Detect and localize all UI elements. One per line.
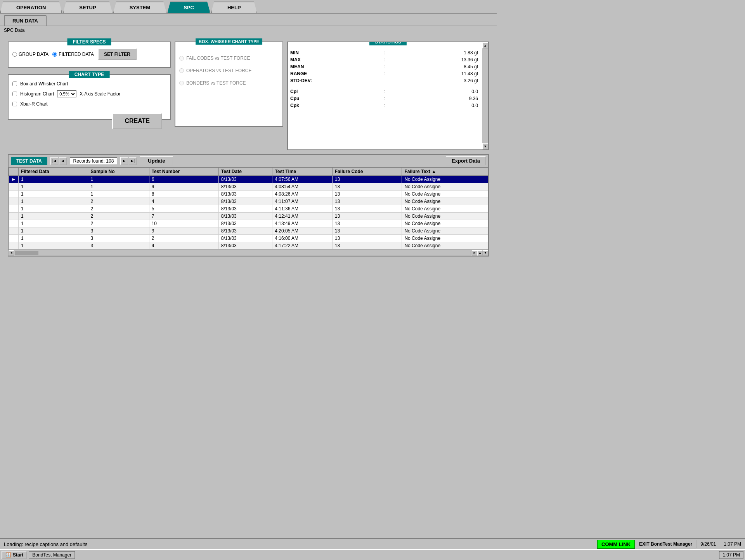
h-scroll-track[interactable] <box>15 251 471 255</box>
row-arrow <box>9 198 19 205</box>
cell-failureText: No Code Assigne <box>402 183 488 191</box>
h-scroll-left-button[interactable]: ◄ <box>9 250 14 256</box>
statistics-panel: STATISTICS MIN : 1.88 gf MAX : 13.36 gf … <box>287 42 489 150</box>
cell-filteredData: 1 <box>18 198 88 205</box>
table-row[interactable]: 1278/13/034:12:41 AM13No Code Assigne <box>9 213 488 220</box>
nav-next-button[interactable]: ► <box>120 157 128 165</box>
stats-cpk-label: Cpk <box>290 103 317 108</box>
histogram-checkbox[interactable] <box>12 92 17 96</box>
cell-filteredData: 1 <box>18 220 88 227</box>
h-scroll-thumb[interactable] <box>15 251 38 255</box>
cell-testDate: 8/13/03 <box>218 220 272 227</box>
table-row[interactable]: 1198/13/034:08:54 AM13No Code Assigne <box>9 183 488 191</box>
xbar-r-checkbox-row: Xbar-R Chart <box>12 101 166 107</box>
stats-scroll-up-button[interactable]: ▲ <box>482 42 489 49</box>
export-data-button[interactable]: Export Data <box>446 156 486 165</box>
v-scroll-up-small-button[interactable]: ▲ <box>477 250 483 256</box>
h-scroll-right-button[interactable]: ► <box>472 250 477 256</box>
row-arrow <box>9 227 19 235</box>
tab-help[interactable]: HELP <box>211 2 257 13</box>
group-data-radio[interactable] <box>12 52 17 57</box>
cell-sampleNo: 3 <box>88 242 149 250</box>
test-data-table: Filtered Data Sample No Test Number Test… <box>9 167 488 250</box>
stats-cpl-value: 0.0 <box>451 89 478 94</box>
cell-testNumber: 8 <box>149 191 218 198</box>
bw-option-bonders[interactable]: BONDERS vs TEST FORCE <box>179 80 279 86</box>
table-header-row: Filtered Data Sample No Test Number Test… <box>9 168 488 176</box>
cell-filteredData: 1 <box>18 205 88 213</box>
bw-radio-fail-codes[interactable] <box>179 56 184 61</box>
statistics-panel-label: STATISTICS <box>369 42 407 45</box>
group-data-radio-item[interactable]: GROUP DATA <box>12 52 49 57</box>
bw-radio-bonders[interactable] <box>179 81 184 85</box>
create-button[interactable]: CREATE <box>112 113 162 129</box>
filtered-data-radio[interactable] <box>52 52 57 57</box>
table-row[interactable]: 1328/13/034:16:00 AM13No Code Assigne <box>9 235 488 242</box>
bw-radio-operators[interactable] <box>179 68 184 73</box>
table-row[interactable]: 12108/13/034:13:49 AM13No Code Assigne <box>9 220 488 227</box>
histogram-checkbox-row: Histogram Chart 0.5% X-Axis Scale Factor <box>12 90 166 97</box>
tab-operation[interactable]: OPERATION <box>0 2 62 13</box>
table-row[interactable]: 1398/13/034:20:05 AM13No Code Assigne <box>9 227 488 235</box>
row-arrow <box>9 205 19 213</box>
update-button[interactable]: Update <box>140 156 173 165</box>
filtered-data-radio-item[interactable]: FILTERED DATA <box>52 52 94 57</box>
nav-prev-button[interactable]: ◄ <box>59 157 67 165</box>
nav-first-button[interactable]: |◄ <box>50 157 58 165</box>
box-whisker-checkbox[interactable] <box>12 81 17 86</box>
cell-testNumber: 4 <box>149 242 218 250</box>
xbar-r-checkbox[interactable] <box>12 102 17 106</box>
cell-testTime: 4:17:22 AM <box>272 242 332 250</box>
cell-sampleNo: 2 <box>88 198 149 205</box>
tab-run-data[interactable]: RUN DATA <box>4 15 47 26</box>
table-horizontal-scrollbar[interactable]: ◄ ► ▲ ▼ <box>9 250 488 256</box>
cell-failureText: No Code Assigne <box>402 213 488 220</box>
chart-type-panel: CHART TYPE Box and Whisker Chart Histogr… <box>8 74 171 120</box>
set-filter-button[interactable]: SET FILTER <box>98 49 137 60</box>
cell-failureCode: 13 <box>332 205 402 213</box>
tab-spc[interactable]: SPC <box>167 2 210 13</box>
table-row[interactable]: 1188/13/034:08:26 AM13No Code Assigne <box>9 191 488 198</box>
tab-system[interactable]: SYSTEM <box>113 2 166 13</box>
stats-min-value: 1.88 gf <box>451 50 478 55</box>
col-failure-code: Failure Code <box>332 168 402 176</box>
cell-filteredData: 1 <box>18 213 88 220</box>
bw-fail-codes-label: FAIL CODES vs TEST FORCE <box>186 55 250 61</box>
x-axis-scale-select[interactable]: 0.5% <box>57 90 76 97</box>
cell-failureText: No Code Assigne <box>402 242 488 250</box>
test-data-label: TEST DATA <box>11 157 47 165</box>
breadcrumb: SPC Data <box>0 26 497 35</box>
cell-filteredData: 1 <box>18 242 88 250</box>
table-row[interactable]: 1258/13/034:11:36 AM13No Code Assigne <box>9 205 488 213</box>
bw-option-fail-codes[interactable]: FAIL CODES vs TEST FORCE <box>179 55 279 61</box>
table-body: ►1168/13/034:07:56 AM13No Code Assigne11… <box>9 176 488 250</box>
cell-testDate: 8/13/03 <box>218 205 272 213</box>
table-row[interactable]: 1248/13/034:11:07 AM13No Code Assigne <box>9 198 488 205</box>
cell-filteredData: 1 <box>18 227 88 235</box>
filter-radio-group: GROUP DATA FILTERED DATA SET FILTER <box>12 49 166 60</box>
nav-last-button[interactable]: ►| <box>129 157 137 165</box>
stats-min-row: MIN : 1.88 gf <box>290 50 478 55</box>
cell-testDate: 8/13/03 <box>218 235 272 242</box>
table-nav-controls-right: ► ►| <box>120 157 137 165</box>
cell-testNumber: 10 <box>149 220 218 227</box>
filter-column: FILTER SPECS GROUP DATA FILTERED DATA SE… <box>8 37 171 150</box>
cell-sampleNo: 1 <box>88 191 149 198</box>
cell-testTime: 4:11:36 AM <box>272 205 332 213</box>
bw-option-operators[interactable]: OPERATORS vs TEST FORCE <box>179 68 279 73</box>
cell-failureText: No Code Assigne <box>402 227 488 235</box>
row-arrow <box>9 191 19 198</box>
cell-failureText: No Code Assigne <box>402 220 488 227</box>
cell-testTime: 4:08:54 AM <box>272 183 332 191</box>
table-scroll-area[interactable]: Filtered Data Sample No Test Number Test… <box>9 167 488 250</box>
cell-testTime: 4:20:05 AM <box>272 227 332 235</box>
table-row[interactable]: ►1168/13/034:07:56 AM13No Code Assigne <box>9 176 488 183</box>
tab-setup[interactable]: SETUP <box>63 2 112 13</box>
table-row[interactable]: 1348/13/034:17:22 AM13No Code Assigne <box>9 242 488 250</box>
cell-failureCode: 13 <box>332 213 402 220</box>
cell-filteredData: 1 <box>18 176 88 183</box>
v-scroll-down-small-button[interactable]: ▼ <box>483 250 488 256</box>
records-found-display: Records found: 108 <box>70 157 118 165</box>
stats-stddev-label: STD-DEV: <box>290 78 317 83</box>
stats-scroll-down-button[interactable]: ▼ <box>482 143 489 149</box>
